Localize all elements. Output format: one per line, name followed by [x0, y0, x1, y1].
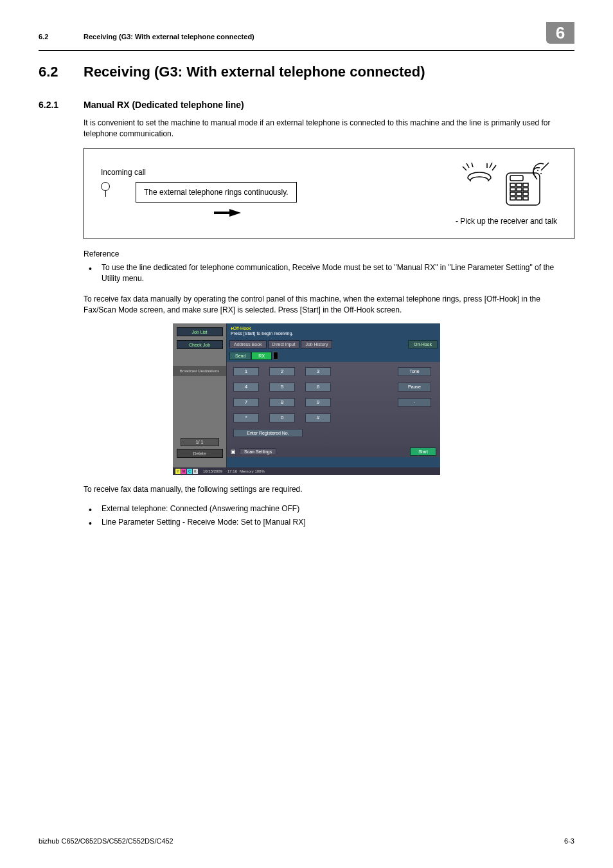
ss-key-0[interactable]: 0 — [269, 413, 295, 422]
svg-rect-8 — [510, 192, 515, 195]
ss-memory-value: 100% — [254, 469, 264, 473]
ss-key-6[interactable]: 6 — [305, 383, 331, 392]
ss-page-indicator: 1/ 1 — [181, 438, 219, 446]
ss-tab-row: Address Book Direct Input Job History On… — [227, 339, 440, 350]
ss-send-rx-row: Send RX — [229, 352, 438, 360]
intro-text: It is convenient to set the machine to m… — [84, 118, 574, 140]
ss-tab-address-book[interactable]: Address Book — [229, 340, 267, 348]
diagram-left: Incoming call The external telephone rin… — [101, 168, 456, 219]
ss-status-bar: YMCK 10/15/2009 17:16 Memory 100% — [173, 467, 440, 475]
settings-bullet-1: External telephone: Connected (Answering… — [84, 503, 574, 514]
svg-rect-12 — [517, 197, 522, 200]
ss-body: 1 2 3 4 5 6 7 8 9 * 0 # Tone Pause - — [227, 362, 440, 457]
control-panel-screenshot: Job List Check Job Broadcast Destination… — [173, 323, 440, 475]
ss-tab-job-history[interactable]: Job History — [301, 340, 332, 348]
ss-enter-registered-button[interactable]: Enter Registered No. — [233, 429, 303, 437]
ss-prompt: Press [Start] to begin receiving. — [231, 331, 293, 336]
ss-key-hash[interactable]: # — [305, 413, 331, 422]
pickup-text: - Pick up the receiver and talk — [456, 217, 557, 226]
header-section-num: 6.2 — [39, 33, 84, 41]
subsection-title: Manual RX (Dedicated telephone line) — [84, 100, 244, 110]
svg-rect-10 — [523, 192, 528, 195]
svg-rect-5 — [510, 188, 515, 191]
ss-dash-button[interactable]: - — [398, 398, 431, 407]
telephone-icon — [461, 161, 551, 212]
reference-bullet: To use the line dedicated for telephone … — [84, 262, 574, 285]
settings-bullet-2: Line Parameter Setting - Receive Mode: S… — [84, 517, 574, 528]
svg-rect-13 — [523, 197, 528, 200]
ss-pause-button[interactable]: Pause — [398, 383, 431, 392]
diagram: Incoming call The external telephone rin… — [84, 148, 574, 239]
settings-intro: To receive fax data manually, the follow… — [84, 484, 574, 495]
ss-cursor-icon — [273, 352, 278, 359]
ss-delete-button[interactable]: Delete — [177, 449, 223, 458]
ss-offhook-label: ♦Off-Hook — [231, 326, 251, 330]
ss-tab-direct-input[interactable]: Direct Input — [268, 340, 300, 348]
svg-rect-7 — [523, 188, 528, 191]
svg-rect-4 — [523, 183, 528, 186]
ss-job-list-button[interactable]: Job List — [177, 327, 223, 336]
arrow-right-icon — [229, 209, 241, 217]
section-heading: 6.2 Receiving (G3: With external telepho… — [39, 64, 574, 80]
ss-toner-icon: YMCK — [175, 469, 198, 474]
subsection-num: 6.2.1 — [39, 100, 84, 110]
svg-rect-11 — [510, 197, 515, 200]
ss-sidebar: Job List Check Job Broadcast Destination… — [173, 323, 227, 467]
header-section-title: Receiving (G3: With external telephone c… — [84, 33, 546, 41]
page-footer: bizhub C652/C652DS/C552/C552DS/C452 6-3 — [39, 837, 574, 845]
ss-rx-button[interactable]: RX — [251, 352, 272, 360]
ss-main: ♦Off-Hook Press [Start] to begin receivi… — [227, 323, 440, 467]
settings-list: External telephone: Connected (Answering… — [84, 503, 574, 529]
ss-key-9[interactable]: 9 — [305, 398, 331, 407]
svg-rect-9 — [517, 192, 522, 195]
ss-check-job-button[interactable]: Check Job — [177, 340, 223, 349]
ss-date: 10/15/2009 — [203, 469, 222, 473]
ss-time: 17:16 — [227, 469, 237, 473]
svg-rect-2 — [510, 183, 515, 186]
ss-memory-label: Memory — [240, 469, 254, 473]
reference-list: To use the line dedicated for telephone … — [84, 262, 574, 285]
incoming-call-row: Incoming call — [101, 168, 456, 177]
ss-send-button[interactable]: Send — [229, 352, 251, 360]
ss-broadcast-label: Broadcast Destinations — [173, 366, 226, 376]
svg-rect-3 — [517, 183, 522, 186]
lamp-icon — [101, 182, 110, 191]
diagram-right: - Pick up the receiver and talk — [456, 161, 557, 226]
incoming-call-label: Incoming call — [101, 168, 146, 177]
subsection-heading: 6.2.1 Manual RX (Dedicated telephone lin… — [39, 100, 574, 110]
ss-on-hook-button[interactable]: On-Hook — [408, 340, 438, 348]
section-title: Receiving (G3: With external telephone c… — [84, 64, 425, 80]
ss-tone-button[interactable]: Tone — [398, 367, 431, 376]
instruction-text: To receive fax data manually by operatin… — [84, 294, 574, 316]
ring-text-box: The external telephone rings continuousl… — [136, 182, 297, 203]
ss-key-star[interactable]: * — [233, 413, 259, 422]
chapter-badge: 6 — [546, 22, 574, 44]
svg-rect-1 — [510, 176, 523, 181]
ss-top-message: ♦Off-Hook Press [Start] to begin receivi… — [227, 323, 440, 338]
ss-bottom-bar: ▣ Scan Settings Start — [227, 447, 440, 457]
ss-key-5[interactable]: 5 — [269, 383, 295, 392]
ss-key-4[interactable]: 4 — [233, 383, 259, 392]
ss-start-button[interactable]: Start — [410, 448, 436, 456]
footer-model: bizhub C652/C652DS/C552/C552DS/C452 — [39, 837, 173, 845]
footer-page: 6-3 — [564, 837, 574, 845]
ss-key-3[interactable]: 3 — [305, 367, 331, 376]
page-header: 6.2 Receiving (G3: With external telepho… — [39, 26, 574, 51]
section-num: 6.2 — [39, 64, 84, 80]
reference-label: Reference — [84, 249, 574, 258]
ss-key-8[interactable]: 8 — [269, 398, 295, 407]
arrow-row — [229, 208, 456, 219]
ss-key-2[interactable]: 2 — [269, 367, 295, 376]
ss-scan-settings-button[interactable]: Scan Settings — [240, 448, 276, 455]
svg-rect-6 — [517, 188, 522, 191]
ss-folder-icon: ▣ — [231, 449, 236, 455]
ss-key-1[interactable]: 1 — [233, 367, 259, 376]
ss-key-7[interactable]: 7 — [233, 398, 259, 407]
ss-sidekeys: Tone Pause - — [398, 367, 431, 407]
